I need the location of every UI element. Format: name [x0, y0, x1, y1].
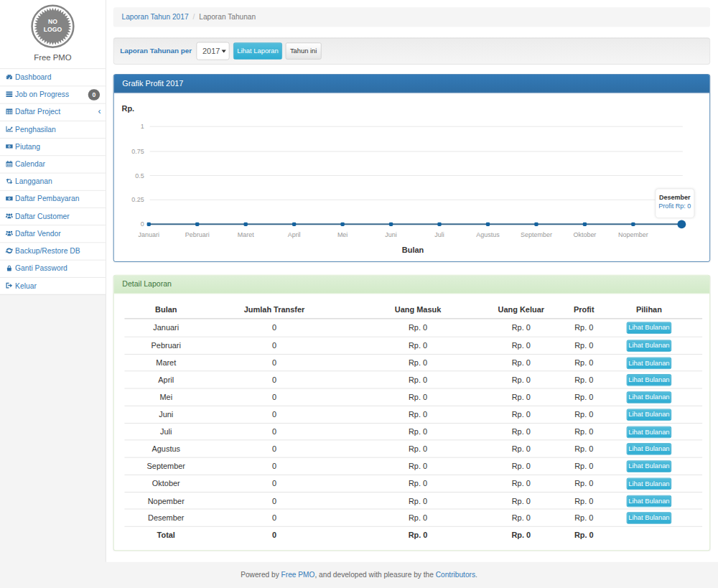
svg-text:Juli: Juli [434, 231, 444, 238]
svg-text:Pebruari: Pebruari [185, 231, 210, 238]
svg-text:April: April [288, 231, 301, 238]
svg-text:NO: NO [48, 18, 57, 25]
svg-text:Januari: Januari [139, 231, 159, 238]
svg-text:0: 0 [141, 220, 144, 228]
svg-text:0.75: 0.75 [131, 148, 144, 155]
svg-text:Mei: Mei [337, 231, 348, 238]
svg-text:September: September [521, 231, 552, 238]
svg-text:0.5: 0.5 [135, 172, 144, 179]
svg-text:LOGO: LOGO [44, 26, 62, 33]
svg-text:Agustus: Agustus [476, 231, 500, 238]
svg-text:Juni: Juni [385, 231, 396, 238]
svg-text:Nopember: Nopember [618, 231, 648, 238]
svg-text:0.25: 0.25 [131, 196, 144, 203]
svg-text:Oktober: Oktober [573, 231, 596, 238]
svg-text:Maret: Maret [238, 231, 254, 238]
svg-text:1: 1 [141, 123, 144, 130]
